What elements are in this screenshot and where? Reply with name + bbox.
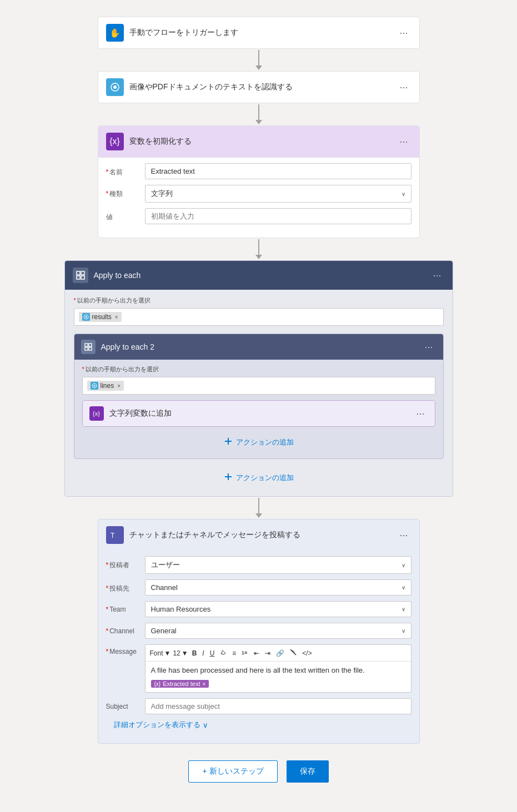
font-chevron-icon: ▼	[164, 649, 171, 657]
font-selector[interactable]: Font ▼	[150, 649, 171, 657]
add-action-inner-icon	[224, 437, 233, 447]
size-selector[interactable]: 12 ▼	[173, 649, 188, 657]
field-value-row: 値	[106, 208, 411, 224]
step3-dots[interactable]: ···	[396, 135, 411, 149]
step2-header: 画像やPDFドキュメントのテキストを認識する ···	[98, 72, 419, 103]
destination-chevron-icon: ∨	[401, 584, 405, 591]
destination-row: 投稿先 Channel ∨	[106, 579, 411, 596]
step3-body: 名前 種類 文字列 ∨ 値	[98, 157, 419, 238]
step2-card: 画像やPDFドキュメントのテキストを認識する ···	[98, 71, 420, 103]
team-select[interactable]: Human Resources ∨	[145, 601, 411, 617]
channel-label: Channel	[106, 623, 139, 635]
advanced-options-btn[interactable]: 詳細オプションを表示する ∨	[106, 720, 411, 735]
message-editor[interactable]: Font ▼ 12 ▼ B I U ≡	[145, 644, 411, 693]
step4-inner-apply2: Apply to each 2 ··· 以前の手順から出力を選択	[74, 334, 444, 459]
svg-text:T: T	[111, 532, 115, 539]
step2-icon	[106, 78, 124, 96]
step4-apply2-header: Apply to each 2 ···	[74, 334, 443, 360]
svg-rect-15	[225, 441, 232, 442]
underline-button[interactable]: U	[208, 648, 217, 658]
step4-outer-container: Apply to each ··· 以前の手順から出力を選択 results ×	[64, 260, 453, 497]
lines-tag-icon	[91, 382, 98, 390]
lines-tag-close-icon[interactable]: ×	[117, 383, 121, 389]
apply2-lines-tag: lines ×	[87, 381, 124, 391]
arrow1	[255, 49, 262, 71]
svg-rect-2	[77, 271, 80, 275]
step5-header: T チャットまたはチャネルでメッセージを投稿する ···	[98, 520, 419, 551]
svg-text:1≡: 1≡	[242, 650, 247, 655]
inner-action-card: {x} 文字列変数に追加 ···	[82, 400, 435, 427]
highlight-button[interactable]	[218, 648, 228, 658]
step5-icon: T	[106, 526, 124, 544]
step4-tag-input[interactable]: results ×	[74, 308, 444, 326]
svg-rect-3	[81, 271, 84, 275]
subject-row: Subject	[106, 698, 411, 714]
italic-button[interactable]: I	[200, 648, 205, 658]
step4-apply2-title: Apply to each 2	[101, 342, 416, 351]
save-button[interactable]: 保存	[287, 760, 329, 783]
subject-input[interactable]	[145, 698, 411, 714]
add-action-outer-btn[interactable]: アクションの追加	[74, 468, 444, 487]
add-action-outer-icon	[224, 472, 233, 483]
arrow2	[255, 103, 262, 125]
field-value-input[interactable]	[145, 208, 411, 224]
svg-point-7	[85, 316, 87, 318]
inner-action-icon: {x}	[89, 406, 104, 421]
svg-point-1	[113, 85, 117, 89]
inner-action-header: {x} 文字列変数に追加 ···	[83, 401, 435, 426]
channel-select[interactable]: General ∨	[145, 623, 411, 639]
code-button[interactable]: </>	[300, 648, 313, 658]
add-action-inner-btn[interactable]: アクションの追加	[74, 432, 443, 452]
channel-row: Channel General ∨	[106, 623, 411, 639]
new-step-button[interactable]: + 新しいステップ	[188, 760, 277, 783]
svg-point-13	[93, 385, 95, 387]
step1-dots[interactable]: ···	[396, 26, 411, 40]
svg-rect-5	[81, 276, 84, 279]
step5-body: 投稿者 ユーザー ∨ 投稿先 Channel ∨ Team Human Reso…	[98, 551, 419, 743]
step1-icon: ✋	[106, 24, 124, 42]
apply2-tag-input[interactable]: lines ×	[82, 377, 435, 395]
channel-chevron-icon: ∨	[401, 628, 405, 634]
numbered-list-button[interactable]: 1≡	[240, 648, 250, 658]
field-value-label: 値	[106, 208, 139, 222]
bold-button[interactable]: B	[190, 648, 199, 658]
message-tag-close-icon[interactable]: ×	[202, 681, 205, 687]
step4-results-tag: results ×	[79, 312, 122, 322]
team-chevron-icon: ∨	[401, 606, 405, 612]
poster-row: 投稿者 ユーザー ∨	[106, 556, 411, 574]
field-name-input[interactable]	[145, 163, 411, 179]
destination-select[interactable]: Channel ∨	[145, 579, 411, 596]
step4-dots[interactable]: ···	[429, 269, 444, 283]
step3-icon: {x}	[106, 133, 124, 150]
svg-rect-4	[77, 276, 80, 279]
apply2-inner-content: 以前の手順から出力を選択 lines ×	[74, 360, 443, 427]
step5-dots[interactable]: ···	[396, 528, 411, 542]
poster-select[interactable]: ユーザー ∨	[145, 556, 411, 574]
inner-action-dots[interactable]: ···	[413, 407, 428, 421]
outdent-button[interactable]: ⇤	[252, 648, 261, 658]
size-chevron-icon: ▼	[182, 649, 188, 657]
step2-dots[interactable]: ···	[396, 80, 411, 94]
poster-chevron-icon: ∨	[401, 562, 405, 568]
step4-apply2-icon	[81, 340, 96, 354]
step4-title: Apply to each	[94, 271, 424, 280]
bullet-list-button[interactable]: ≡	[230, 648, 238, 658]
message-content[interactable]: A file has been processed and here is al…	[145, 662, 411, 692]
message-label: Message	[106, 644, 139, 655]
field-name-label: 名前	[106, 163, 139, 177]
message-row: Message Font ▼ 12 ▼ B I U	[106, 644, 411, 693]
step4-icon	[73, 268, 88, 283]
svg-rect-10	[84, 347, 87, 350]
step4-header: Apply to each ···	[65, 261, 453, 290]
link-button[interactable]: 🔗	[274, 648, 286, 658]
results-tag-close-icon[interactable]: ×	[115, 314, 118, 320]
indent-button[interactable]: ⇥	[263, 648, 272, 658]
step4-apply2-dots[interactable]: ···	[421, 340, 436, 354]
subject-label: Subject	[106, 698, 139, 710]
step1-title: 手動でフローをトリガーします	[129, 28, 391, 38]
field-type-select[interactable]: 文字列 ∨	[145, 185, 411, 203]
unlink-button[interactable]	[288, 648, 298, 658]
inner-action-title: 文字列変数に追加	[109, 408, 408, 418]
team-label: Team	[106, 601, 139, 613]
step5-card: T チャットまたはチャネルでメッセージを投稿する ··· 投稿者 ユーザー ∨ …	[98, 519, 420, 744]
